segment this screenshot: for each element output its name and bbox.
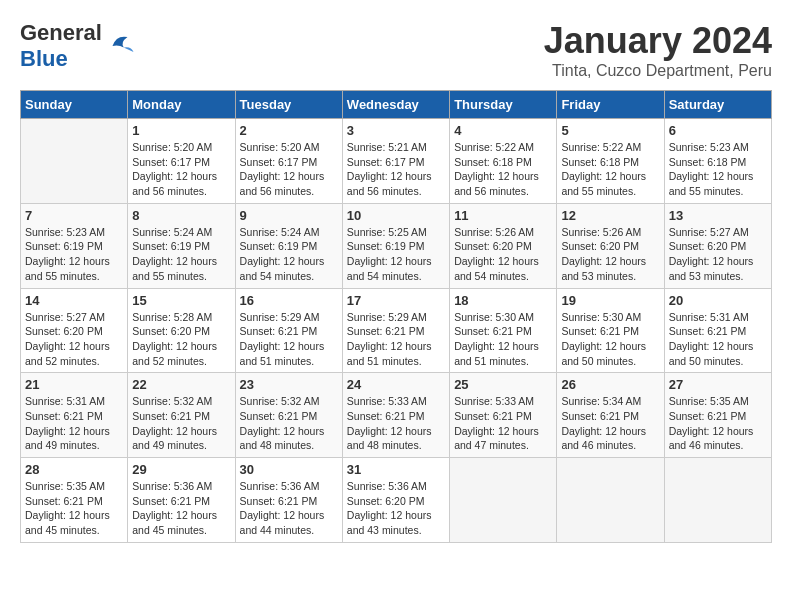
day-info: Sunrise: 5:25 AMSunset: 6:19 PMDaylight:… (347, 225, 445, 284)
calendar-cell (664, 458, 771, 543)
day-number: 7 (25, 208, 123, 223)
calendar-cell: 22Sunrise: 5:32 AMSunset: 6:21 PMDayligh… (128, 373, 235, 458)
calendar-cell: 30Sunrise: 5:36 AMSunset: 6:21 PMDayligh… (235, 458, 342, 543)
day-info: Sunrise: 5:26 AMSunset: 6:20 PMDaylight:… (454, 225, 552, 284)
day-info: Sunrise: 5:27 AMSunset: 6:20 PMDaylight:… (669, 225, 767, 284)
day-info: Sunrise: 5:26 AMSunset: 6:20 PMDaylight:… (561, 225, 659, 284)
day-number: 19 (561, 293, 659, 308)
calendar-cell (450, 458, 557, 543)
day-number: 24 (347, 377, 445, 392)
day-number: 2 (240, 123, 338, 138)
day-number: 3 (347, 123, 445, 138)
logo-general: General (20, 20, 102, 45)
calendar-cell: 20Sunrise: 5:31 AMSunset: 6:21 PMDayligh… (664, 288, 771, 373)
calendar-cell: 9Sunrise: 5:24 AMSunset: 6:19 PMDaylight… (235, 203, 342, 288)
calendar-cell: 5Sunrise: 5:22 AMSunset: 6:18 PMDaylight… (557, 119, 664, 204)
day-info: Sunrise: 5:22 AMSunset: 6:18 PMDaylight:… (454, 140, 552, 199)
calendar-cell: 11Sunrise: 5:26 AMSunset: 6:20 PMDayligh… (450, 203, 557, 288)
day-number: 12 (561, 208, 659, 223)
day-info: Sunrise: 5:33 AMSunset: 6:21 PMDaylight:… (454, 394, 552, 453)
calendar-week-1: 1Sunrise: 5:20 AMSunset: 6:17 PMDaylight… (21, 119, 772, 204)
day-info: Sunrise: 5:24 AMSunset: 6:19 PMDaylight:… (132, 225, 230, 284)
day-number: 13 (669, 208, 767, 223)
calendar-week-4: 21Sunrise: 5:31 AMSunset: 6:21 PMDayligh… (21, 373, 772, 458)
day-info: Sunrise: 5:30 AMSunset: 6:21 PMDaylight:… (454, 310, 552, 369)
day-info: Sunrise: 5:30 AMSunset: 6:21 PMDaylight:… (561, 310, 659, 369)
title-area: January 2024 Tinta, Cuzco Department, Pe… (544, 20, 772, 80)
day-number: 1 (132, 123, 230, 138)
main-title: January 2024 (544, 20, 772, 62)
calendar-cell: 16Sunrise: 5:29 AMSunset: 6:21 PMDayligh… (235, 288, 342, 373)
day-info: Sunrise: 5:33 AMSunset: 6:21 PMDaylight:… (347, 394, 445, 453)
logo: General Blue (20, 20, 135, 72)
day-number: 15 (132, 293, 230, 308)
day-info: Sunrise: 5:23 AMSunset: 6:18 PMDaylight:… (669, 140, 767, 199)
day-info: Sunrise: 5:36 AMSunset: 6:21 PMDaylight:… (132, 479, 230, 538)
day-info: Sunrise: 5:32 AMSunset: 6:21 PMDaylight:… (132, 394, 230, 453)
calendar-cell: 2Sunrise: 5:20 AMSunset: 6:17 PMDaylight… (235, 119, 342, 204)
header-cell-friday: Friday (557, 91, 664, 119)
calendar-week-5: 28Sunrise: 5:35 AMSunset: 6:21 PMDayligh… (21, 458, 772, 543)
day-info: Sunrise: 5:31 AMSunset: 6:21 PMDaylight:… (669, 310, 767, 369)
calendar-cell (557, 458, 664, 543)
calendar-table: SundayMondayTuesdayWednesdayThursdayFrid… (20, 90, 772, 543)
calendar-cell: 18Sunrise: 5:30 AMSunset: 6:21 PMDayligh… (450, 288, 557, 373)
calendar-cell: 4Sunrise: 5:22 AMSunset: 6:18 PMDaylight… (450, 119, 557, 204)
day-number: 17 (347, 293, 445, 308)
header-cell-wednesday: Wednesday (342, 91, 449, 119)
page-header: General Blue January 2024 Tinta, Cuzco D… (20, 20, 772, 80)
day-number: 10 (347, 208, 445, 223)
day-info: Sunrise: 5:23 AMSunset: 6:19 PMDaylight:… (25, 225, 123, 284)
calendar-cell: 26Sunrise: 5:34 AMSunset: 6:21 PMDayligh… (557, 373, 664, 458)
day-info: Sunrise: 5:24 AMSunset: 6:19 PMDaylight:… (240, 225, 338, 284)
calendar-cell: 17Sunrise: 5:29 AMSunset: 6:21 PMDayligh… (342, 288, 449, 373)
calendar-cell: 10Sunrise: 5:25 AMSunset: 6:19 PMDayligh… (342, 203, 449, 288)
day-info: Sunrise: 5:27 AMSunset: 6:20 PMDaylight:… (25, 310, 123, 369)
calendar-cell: 12Sunrise: 5:26 AMSunset: 6:20 PMDayligh… (557, 203, 664, 288)
day-number: 11 (454, 208, 552, 223)
day-info: Sunrise: 5:29 AMSunset: 6:21 PMDaylight:… (240, 310, 338, 369)
calendar-cell: 1Sunrise: 5:20 AMSunset: 6:17 PMDaylight… (128, 119, 235, 204)
day-number: 8 (132, 208, 230, 223)
calendar-cell: 21Sunrise: 5:31 AMSunset: 6:21 PMDayligh… (21, 373, 128, 458)
header-row: SundayMondayTuesdayWednesdayThursdayFrid… (21, 91, 772, 119)
calendar-cell: 27Sunrise: 5:35 AMSunset: 6:21 PMDayligh… (664, 373, 771, 458)
day-info: Sunrise: 5:20 AMSunset: 6:17 PMDaylight:… (240, 140, 338, 199)
header-cell-tuesday: Tuesday (235, 91, 342, 119)
day-info: Sunrise: 5:22 AMSunset: 6:18 PMDaylight:… (561, 140, 659, 199)
day-info: Sunrise: 5:32 AMSunset: 6:21 PMDaylight:… (240, 394, 338, 453)
day-info: Sunrise: 5:28 AMSunset: 6:20 PMDaylight:… (132, 310, 230, 369)
calendar-week-3: 14Sunrise: 5:27 AMSunset: 6:20 PMDayligh… (21, 288, 772, 373)
calendar-cell: 25Sunrise: 5:33 AMSunset: 6:21 PMDayligh… (450, 373, 557, 458)
day-info: Sunrise: 5:31 AMSunset: 6:21 PMDaylight:… (25, 394, 123, 453)
day-number: 4 (454, 123, 552, 138)
day-info: Sunrise: 5:36 AMSunset: 6:20 PMDaylight:… (347, 479, 445, 538)
day-number: 21 (25, 377, 123, 392)
day-number: 29 (132, 462, 230, 477)
day-number: 22 (132, 377, 230, 392)
day-number: 23 (240, 377, 338, 392)
calendar-cell: 13Sunrise: 5:27 AMSunset: 6:20 PMDayligh… (664, 203, 771, 288)
day-number: 28 (25, 462, 123, 477)
subtitle: Tinta, Cuzco Department, Peru (544, 62, 772, 80)
logo-bird-icon (105, 31, 135, 61)
calendar-cell (21, 119, 128, 204)
day-number: 16 (240, 293, 338, 308)
header-cell-saturday: Saturday (664, 91, 771, 119)
calendar-cell: 3Sunrise: 5:21 AMSunset: 6:17 PMDaylight… (342, 119, 449, 204)
calendar-cell: 31Sunrise: 5:36 AMSunset: 6:20 PMDayligh… (342, 458, 449, 543)
day-number: 18 (454, 293, 552, 308)
calendar-cell: 7Sunrise: 5:23 AMSunset: 6:19 PMDaylight… (21, 203, 128, 288)
calendar-cell: 19Sunrise: 5:30 AMSunset: 6:21 PMDayligh… (557, 288, 664, 373)
calendar-cell: 15Sunrise: 5:28 AMSunset: 6:20 PMDayligh… (128, 288, 235, 373)
header-cell-monday: Monday (128, 91, 235, 119)
calendar-week-2: 7Sunrise: 5:23 AMSunset: 6:19 PMDaylight… (21, 203, 772, 288)
calendar-cell: 29Sunrise: 5:36 AMSunset: 6:21 PMDayligh… (128, 458, 235, 543)
day-number: 31 (347, 462, 445, 477)
day-info: Sunrise: 5:20 AMSunset: 6:17 PMDaylight:… (132, 140, 230, 199)
calendar-cell: 24Sunrise: 5:33 AMSunset: 6:21 PMDayligh… (342, 373, 449, 458)
day-info: Sunrise: 5:29 AMSunset: 6:21 PMDaylight:… (347, 310, 445, 369)
day-number: 6 (669, 123, 767, 138)
calendar-cell: 28Sunrise: 5:35 AMSunset: 6:21 PMDayligh… (21, 458, 128, 543)
day-info: Sunrise: 5:35 AMSunset: 6:21 PMDaylight:… (25, 479, 123, 538)
